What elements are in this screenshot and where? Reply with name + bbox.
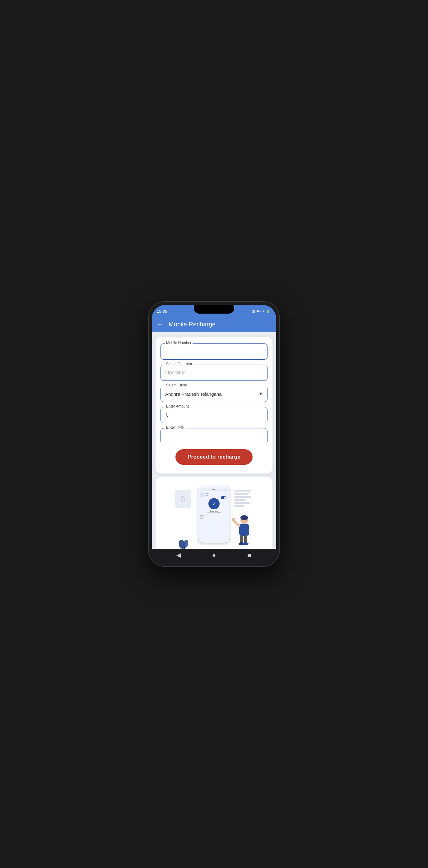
phone-screen-area: 15:35 VoL LTE 4G ▲ 🔋 ← Mobile Recharge: [152, 305, 276, 563]
illustration-card: $ ← C: [155, 477, 273, 549]
cart-label: CART: [212, 489, 216, 491]
operator-label: Select Operator: [165, 362, 193, 366]
tpin-input[interactable]: [160, 428, 268, 444]
toggle-dot: [224, 497, 226, 499]
form-card: Mobile Number Select Operator Select Cir…: [155, 337, 273, 473]
mobile-number-label: Mobile Number: [165, 341, 192, 345]
amount-input[interactable]: [160, 407, 268, 423]
svg-rect-5: [239, 524, 249, 536]
amount-field-group: Enter Amount ₹: [160, 407, 268, 423]
cart-item-row: 5% Minor Dres... $34: [200, 493, 228, 497]
circle-label: Select Circle: [165, 383, 188, 388]
toggle-switch: [221, 496, 226, 499]
operator-input[interactable]: [160, 365, 268, 381]
nav-home-button[interactable]: ●: [208, 550, 220, 561]
amount-label: Enter Amount: [165, 404, 190, 408]
svg-rect-2: [184, 547, 185, 549]
network-icon: 4G: [256, 310, 261, 313]
plant-decoration: [178, 535, 191, 549]
cart-bar: ← CART 🛒: [200, 489, 228, 491]
item-price: $34: [206, 495, 228, 496]
nav-bar: ◀ ● ■: [152, 549, 276, 563]
thank-you-illustration: $ ← C: [174, 484, 254, 549]
nav-recent-button[interactable]: ■: [244, 550, 255, 561]
check-circle-icon: ✓: [208, 498, 220, 509]
shipping-row: Shipping: [200, 517, 228, 518]
phone-screen-illustration: ← CART 🛒 5% Minor Dres... $34: [198, 487, 230, 542]
total-row: Total: [200, 518, 228, 519]
svg-point-4: [240, 515, 248, 520]
rupee-symbol: ₹: [165, 412, 168, 418]
total-label: Total: [200, 518, 202, 519]
cart-icon: 🛒: [225, 489, 226, 491]
mobile-number-field-group: Mobile Number: [160, 343, 268, 360]
volte-indicator: VoL LTE: [252, 309, 255, 313]
paper-stack-decor: [234, 490, 251, 510]
phone-notch: [194, 305, 234, 314]
shipping-label: Shipping: [200, 517, 204, 518]
proceed-button[interactable]: Proceed to recharge: [176, 449, 252, 465]
circle-field-group: Select Circle Andhra Pradesh Telangana M…: [160, 386, 268, 402]
operator-field-group: Select Operator: [160, 365, 268, 381]
phone-device: 15:35 VoL LTE 4G ▲ 🔋 ← Mobile Recharge: [149, 302, 279, 566]
circle-select-wrapper: Andhra Pradesh Telangana Maharashtra Del…: [160, 386, 268, 402]
signal-icon: ▲: [262, 310, 265, 313]
svg-line-10: [234, 520, 239, 526]
mobile-number-input[interactable]: [160, 343, 268, 360]
order-summary-rows: Item total Shipping Total: [200, 515, 228, 519]
tpin-field-group: Enter TPIN: [160, 428, 268, 444]
item-image: [200, 493, 205, 497]
item-total-label: Item total: [200, 515, 204, 516]
checkmark-icon: ✓: [212, 500, 216, 507]
battery-icon: 🔋: [266, 310, 270, 313]
circle-select[interactable]: Andhra Pradesh Telangana Maharashtra Del…: [160, 386, 268, 402]
status-icons: VoL LTE 4G ▲ 🔋: [252, 309, 270, 313]
item-info: 5% Minor Dres... $34: [206, 493, 228, 496]
screen-content: Mobile Number Select Operator Select Cir…: [152, 332, 276, 549]
phone-mockup-illustration: ← CART 🛒 5% Minor Dres... $34: [198, 487, 230, 542]
svg-point-11: [232, 518, 235, 521]
status-time: 15:35: [157, 309, 167, 314]
nav-back-button[interactable]: ◀: [173, 550, 184, 561]
amount-wrapper: ₹: [160, 407, 268, 423]
dollar-bg-decor: $: [175, 490, 191, 508]
svg-point-9: [243, 542, 248, 546]
tpin-label: Enter TPIN: [165, 425, 186, 430]
item-total-row: Item total: [200, 515, 228, 516]
person-figure: [231, 513, 253, 549]
cart-back-icon: ←: [202, 489, 203, 491]
app-bar: ← Mobile Recharge: [152, 316, 276, 332]
back-button[interactable]: ←: [157, 320, 163, 328]
page-title: Mobile Recharge: [169, 321, 216, 328]
success-sub-text: Your payment was successful.: [200, 512, 228, 514]
